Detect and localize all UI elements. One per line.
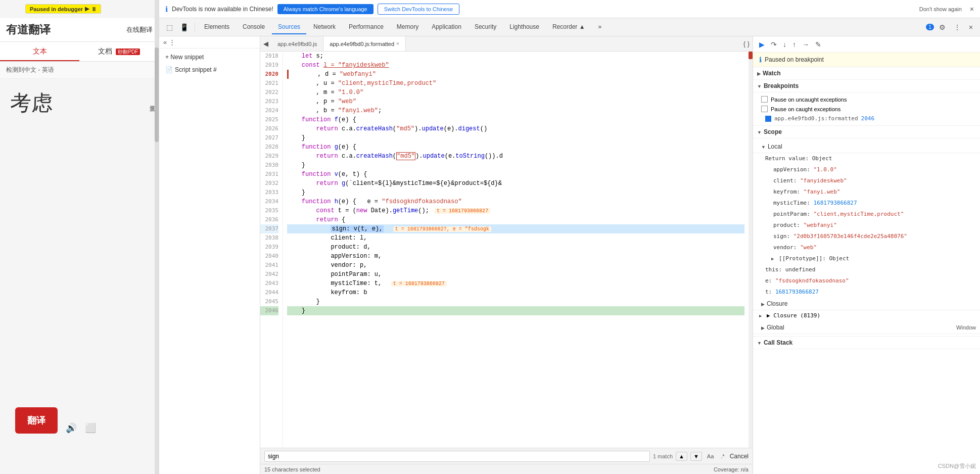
resume-debug-icon[interactable]: ▶ [757,39,767,50]
tab-filename-minified: app.e4e9fbd0.js [277,41,317,47]
scroll-thumb[interactable] [155,48,159,143]
tab-text[interactable]: 文本 [0,42,79,61]
code-line: return { [287,215,744,224]
code-line: , m = "1.0.0" [287,88,744,97]
pretty-print-icon[interactable]: { } [740,40,753,48]
switch-chinese-btn[interactable]: Switch DevTools to Chinese [378,4,459,15]
pdf-badge: 秒翻PDF [116,49,140,55]
dont-show-again[interactable]: Don't show again [919,6,962,12]
tab-doc[interactable]: 文档 秒翻PDF [79,42,159,61]
resume-icon[interactable]: ▶ [85,6,89,12]
tab-performance[interactable]: Performance [343,20,390,34]
paused-label: Paused on breakpoint [765,56,824,63]
tab-close-icon[interactable]: × [396,41,399,46]
step-out-icon[interactable]: ↑ [790,39,798,50]
tab-memory[interactable]: Memory [391,20,425,34]
snippet-item[interactable]: 📄 Script snippet # [159,64,260,76]
search-cancel-btn[interactable]: Cancel [730,453,749,460]
tab-network[interactable]: Network [307,20,342,34]
code-line: function g(e) { [287,143,744,152]
sidebar-more-icon[interactable]: ⋮ [169,38,175,46]
tab-more[interactable]: » [592,20,608,34]
code-line: let s; [287,52,744,61]
pause-uncaught-checkbox[interactable] [761,96,768,103]
youdao-header: 有道翻译 在线翻译 [0,18,159,42]
tab-filename-formatted: app.e4e9fbd0.js:formatted [330,41,394,47]
scope-section-header[interactable]: Scope [753,126,980,138]
editor-nav-back[interactable]: ◀ [260,40,271,48]
bp-checkbox[interactable] [765,116,771,122]
tab-elements[interactable]: Elements [198,20,236,34]
scope-point-param: pointParam: "client,mysticTime,product" [753,209,980,220]
closure-label: Closure [767,300,787,307]
tab-console[interactable]: Console [237,20,271,34]
youdao-panel: Paused in debugger ▶ ⏸ 有道翻译 在线翻译 文本 文档 秒… [0,0,159,474]
code-line: } [287,297,744,306]
code-line: , p = "web" [287,97,744,106]
watch-section-header[interactable]: Watch [753,67,980,80]
closure-item[interactable]: ▶ Closure (8139) [753,310,980,321]
more-options-icon[interactable]: ⋮ [951,21,964,33]
search-next-btn[interactable]: ▼ [690,452,702,461]
code-line: product: d, [287,243,744,252]
scope-return-value: Return value: Object [753,153,980,164]
pause-uncaught-item: Pause on uncaught exceptions [753,94,980,104]
code-line: function v(e, t) { [287,170,744,179]
scroll-bar[interactable] [155,0,159,474]
code-line: , d = "webfanyi" [287,70,744,79]
sound-icon[interactable]: 🔊 [66,422,77,434]
closure-section-header[interactable]: Closure [753,298,980,310]
tab-lighthouse[interactable]: Lighthouse [503,20,545,34]
coverage-status: Coverage: n/a [714,466,749,472]
call-stack-section-header[interactable]: Call Stack [753,337,980,349]
scope-items: Return value: Object appVersion: "1.0.0"… [753,153,980,298]
tab-sources[interactable]: Sources [272,20,306,34]
editor-tab-formatted[interactable]: app.e4e9fbd0.js:formatted × [323,36,406,51]
search-input[interactable] [264,451,650,462]
code-line: return c.a.createHash("md5").update(e.to… [287,152,744,161]
tab-security[interactable]: Security [469,20,502,34]
online-translate-label: 在线翻译 [126,25,153,34]
scope-prototype[interactable]: [[Prototype]]: Object [753,253,980,264]
editor-tabs: ◀ app.e4e9fbd0.js app.e4e9fbd0.js:format… [260,36,753,52]
global-section-header[interactable]: Global Window [753,321,980,334]
always-match-btn[interactable]: Always match Chrome's language [277,4,374,14]
breakpoints-label: Breakpoints [764,82,799,89]
youdao-logo: 有道翻译 [6,22,51,37]
pause-uncaught-label: Pause on uncaught exceptions [771,97,847,103]
inspect-icon[interactable]: ⬚ [163,21,176,33]
step-icon[interactable]: → [800,39,811,50]
local-section-header[interactable]: Local [753,140,980,153]
match-case-btn[interactable]: Aa [705,452,716,460]
tab-application[interactable]: Application [426,20,468,34]
scope-content: Local Return value: Object appVersion: "… [753,138,980,337]
step-into-icon[interactable]: ↓ [781,39,788,50]
code-line: } [287,306,744,315]
close-devtools-icon[interactable]: × [966,21,976,33]
deactivate-breakpoints-icon[interactable]: ✎ [813,39,823,50]
pause-icon[interactable]: ⏸ [91,6,97,12]
search-prev-btn[interactable]: ▲ [676,452,687,461]
editor-tab-minified[interactable]: app.e4e9fbd0.js [271,36,323,51]
selection-status: 15 characters selected [264,466,320,472]
code-lines[interactable]: let s; const l = "fanyideskweb" , d = "w… [283,52,749,448]
tab-recorder[interactable]: Recorder ▲ [546,20,591,34]
device-icon[interactable]: 📱 [177,21,192,33]
scope-client: client: "fanyideskweb" [753,175,980,186]
translate-button[interactable]: 翻译 [15,407,58,434]
step-over-icon[interactable]: ↷ [769,39,779,50]
copy-icon[interactable]: ⬜ [85,422,96,434]
settings-icon[interactable]: ⚙ [936,21,949,33]
watermark: CSDN@雪小妮 [938,462,976,470]
regex-btn[interactable]: .* [719,452,726,460]
code-line: function h(e) { e = "fsdsogkndfokasodnas… [287,197,744,206]
editor-scrollbar[interactable] [749,52,753,448]
notification-close[interactable]: × [970,5,974,13]
global-arrow [761,324,765,331]
bp-file: app.e4e9fbd0.js:formatted [774,115,858,122]
detect-label[interactable]: 检测到中文 - 英语 [6,66,54,74]
new-snippet-button[interactable]: + New snippet [159,51,260,64]
breakpoints-section-header[interactable]: Breakpoints [753,80,980,92]
pause-caught-checkbox[interactable] [761,106,768,112]
back-icon[interactable]: « [163,38,167,46]
